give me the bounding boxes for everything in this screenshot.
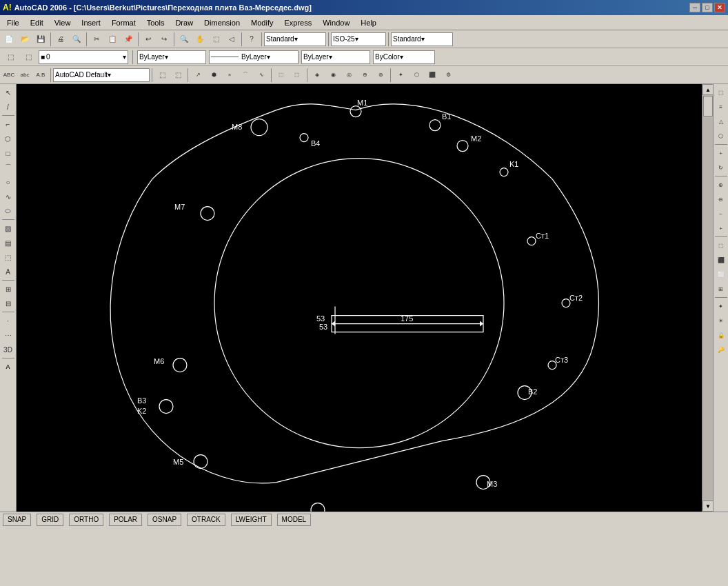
rt-btn7[interactable]: ⊕ — [714, 178, 728, 192]
lt-nurbs[interactable]: ⋯ — [1, 328, 15, 342]
osnap-button[interactable]: OSNAP — [148, 514, 181, 526]
new-button[interactable]: 📄 — [1, 32, 17, 47]
lt-hatch[interactable]: ▨ — [1, 221, 15, 235]
ortho-button[interactable]: ORTHO — [69, 514, 103, 526]
menu-express[interactable]: Express — [279, 17, 317, 28]
lt-mtext[interactable]: A — [1, 265, 15, 279]
lt-polygon[interactable]: ⬡ — [1, 132, 15, 145]
scroll-track[interactable] — [702, 95, 713, 501]
lineweight-dropdown[interactable]: ByLayer▾ — [301, 50, 370, 64]
model-button[interactable]: MODEL — [277, 514, 312, 526]
lt-insert[interactable]: ⊞ — [1, 282, 15, 296]
lt-gradient[interactable]: ▤ — [1, 236, 15, 250]
tb-misc7[interactable]: ⊚ — [373, 68, 388, 83]
layer-dropdown[interactable]: ■ 0 ▾ — [39, 50, 128, 64]
menu-tools[interactable]: Tools — [141, 17, 170, 28]
polar-button[interactable]: POLAR — [109, 514, 142, 526]
tb-snap1[interactable]: ↗ — [190, 68, 205, 83]
copy-button[interactable]: 📋 — [105, 32, 120, 47]
cut-button[interactable]: ✂ — [89, 32, 104, 47]
menu-draw[interactable]: Draw — [170, 17, 199, 28]
draw-tb-1[interactable]: ABC — [1, 68, 17, 83]
grid-button[interactable]: GRID — [37, 514, 63, 526]
cad-canvas[interactable] — [17, 84, 702, 512]
zoom-window[interactable]: ⬚ — [208, 32, 223, 47]
rt-btn15[interactable]: ✦ — [714, 299, 728, 313]
rt-btn16[interactable]: ☀ — [714, 314, 728, 327]
zoom-realtime[interactable]: 🔍 — [176, 32, 192, 47]
tb-misc11[interactable]: ⚙ — [441, 68, 456, 83]
lt-ellipse[interactable]: ⬭ — [1, 204, 15, 218]
redo-button[interactable]: ↪ — [156, 32, 172, 47]
scroll-thumb[interactable] — [703, 96, 713, 117]
lt-arc[interactable]: ⌒ — [1, 161, 15, 174]
menu-file[interactable]: File — [1, 17, 25, 28]
menu-insert[interactable]: Insert — [76, 17, 106, 28]
lt-spline[interactable]: ∿ — [1, 190, 15, 203]
plotstyle-dropdown[interactable]: ByColor▾ — [373, 50, 435, 64]
open-button[interactable]: 📂 — [17, 32, 32, 47]
undo-button[interactable]: ↩ — [141, 32, 156, 47]
tb-misc9[interactable]: ⬡ — [409, 68, 424, 83]
tb-snap4[interactable]: ⌒ — [238, 68, 253, 83]
menu-format[interactable]: Format — [106, 17, 141, 28]
print-button[interactable]: 🖨 — [53, 32, 68, 47]
tb-snap3[interactable]: × — [222, 68, 237, 83]
lt-polyline[interactable]: ⌐ — [1, 117, 15, 131]
drawing-canvas[interactable]: ▲ ▼ — [17, 84, 713, 512]
lt-rect[interactable]: □ — [1, 146, 15, 160]
table-style-dropdown[interactable]: Standard▾ — [391, 32, 453, 46]
zoom-prev[interactable]: ◁ — [224, 32, 239, 47]
rt-btn6[interactable]: ↻ — [714, 161, 728, 174]
tb-misc2[interactable]: ⬚ — [290, 68, 305, 83]
tb-misc3[interactable]: ◈ — [310, 68, 325, 83]
tb-misc6[interactable]: ⊕ — [357, 68, 372, 83]
color-dropdown[interactable]: ByLayer▾ — [137, 50, 206, 64]
lt-region[interactable]: ⬚ — [1, 250, 15, 264]
draw-style-dropdown[interactable]: AutoCAD Default▾ — [53, 68, 150, 82]
help-button[interactable]: ? — [244, 32, 259, 47]
menu-view[interactable]: View — [49, 17, 77, 28]
tb-misc5[interactable]: ◎ — [341, 68, 356, 83]
lt-circle[interactable]: ○ — [1, 175, 15, 189]
scroll-up-button[interactable]: ▲ — [702, 84, 713, 95]
pan-realtime[interactable]: ✋ — [192, 32, 208, 47]
tb-misc8[interactable]: ✦ — [393, 68, 408, 83]
draw-tb-3[interactable]: A.B — [33, 68, 48, 83]
linetype-dropdown[interactable]: ByLayer▾ — [209, 50, 299, 64]
draw-tb-4[interactable]: ⬚ — [154, 68, 170, 83]
save-button[interactable]: 💾 — [33, 32, 48, 47]
lt-3d[interactable]: 3D — [1, 343, 15, 356]
menu-edit[interactable]: Edit — [25, 17, 49, 28]
draw-tb-5[interactable]: ⬚ — [170, 68, 185, 83]
draw-tb-2[interactable]: abc — [17, 68, 32, 83]
lt-attdef[interactable]: ⊟ — [1, 296, 15, 310]
scroll-down-button[interactable]: ▼ — [702, 501, 713, 512]
rt-btn12[interactable]: ⬛ — [714, 253, 728, 267]
rt-btn4[interactable]: ⬡ — [714, 129, 728, 143]
lt-text[interactable]: A — [1, 360, 15, 374]
rt-btn2[interactable]: ≡ — [714, 100, 728, 114]
rt-btn3[interactable]: △ — [714, 114, 728, 128]
tb-snap2[interactable]: ⬢ — [206, 68, 221, 83]
minimize-button[interactable]: ─ — [689, 3, 700, 12]
rt-btn18[interactable]: 🔑 — [714, 343, 728, 356]
menu-modify[interactable]: Modify — [245, 17, 279, 28]
paste-button[interactable]: 📌 — [121, 32, 136, 47]
lt-select[interactable]: ↖ — [1, 85, 15, 99]
layer-manager-button[interactable]: ⬚ — [3, 50, 18, 65]
lweight-button[interactable]: LWEIGHT — [231, 514, 272, 526]
preview-button[interactable]: 🔍 — [69, 32, 84, 47]
rt-btn8[interactable]: ⊖ — [714, 192, 728, 206]
vscrollbar[interactable]: ▲ ▼ — [702, 84, 713, 512]
rt-btn9[interactable]: − — [714, 207, 728, 221]
rt-btn14[interactable]: ⊞ — [714, 282, 728, 296]
rt-btn1[interactable]: ⬚ — [714, 85, 728, 99]
lt-line[interactable]: / — [1, 100, 15, 114]
tb-snap5[interactable]: ∿ — [254, 68, 269, 83]
menu-help[interactable]: Help — [355, 17, 382, 28]
otrack-button[interactable]: OTRACK — [187, 514, 225, 526]
tb-misc10[interactable]: ⬛ — [425, 68, 440, 83]
snap-button[interactable]: SNAP — [3, 514, 31, 526]
close-button[interactable]: ✕ — [714, 3, 725, 12]
